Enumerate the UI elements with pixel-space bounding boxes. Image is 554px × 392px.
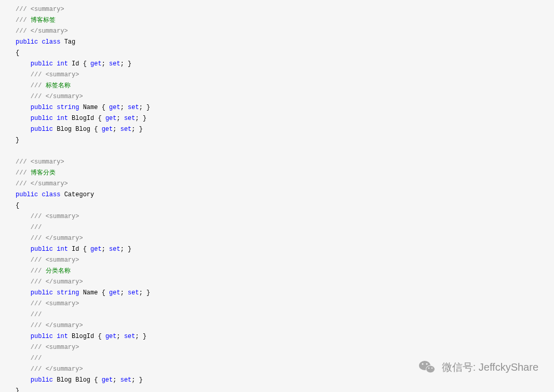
svg-point-2 bbox=[426, 366, 435, 373]
code-line: public string Name { get; set; } bbox=[16, 288, 554, 299]
keyword: public bbox=[31, 104, 53, 111]
code-line: /// 分类名称 bbox=[16, 266, 554, 277]
propname: BlogId bbox=[72, 333, 94, 340]
code-line: /// <summary> bbox=[16, 211, 554, 222]
comment-text: <summary> bbox=[46, 344, 79, 351]
classname: Tag bbox=[64, 38, 76, 46]
code-line: /// </summary> bbox=[16, 179, 554, 190]
comment-slashes: /// bbox=[31, 300, 42, 307]
classname: Category bbox=[64, 191, 94, 198]
code-line: public Blog Blog { get; set; } bbox=[16, 375, 554, 386]
code-line: public class Tag bbox=[16, 37, 554, 48]
code-line: /// <summary> bbox=[16, 4, 554, 15]
code-line: public int BlogId { get; set; } bbox=[16, 331, 554, 342]
typename: Blog bbox=[57, 126, 72, 133]
comment-slashes: /// bbox=[31, 71, 42, 78]
comment-text: <summary> bbox=[46, 71, 79, 78]
comment-slashes: /// bbox=[16, 158, 27, 166]
keyword: int bbox=[57, 60, 68, 67]
svg-point-3 bbox=[422, 363, 423, 364]
comment-slashes: /// bbox=[16, 28, 27, 35]
keyword: public bbox=[31, 115, 53, 122]
comment-slashes: /// bbox=[16, 17, 27, 24]
wechat-icon bbox=[418, 358, 437, 376]
comment-slashes: /// bbox=[31, 267, 42, 275]
keyword: public bbox=[16, 38, 38, 46]
keyword: int bbox=[57, 115, 68, 122]
svg-point-5 bbox=[428, 368, 429, 369]
propname: BlogId bbox=[72, 115, 94, 122]
comment-slashes: /// bbox=[31, 235, 42, 242]
keyword: get bbox=[90, 246, 102, 253]
keyword: public bbox=[31, 289, 53, 296]
watermark: 微信号: JeffckyShare bbox=[418, 358, 538, 376]
brace: } bbox=[16, 137, 19, 144]
keyword: public bbox=[31, 376, 53, 384]
doc-comment: 标签名称 bbox=[46, 82, 71, 89]
comment-slashes: /// bbox=[31, 256, 42, 264]
code-line: /// <summary> bbox=[16, 255, 554, 266]
code-line: /// bbox=[16, 309, 554, 320]
code-line: /// 博客分类 bbox=[16, 168, 554, 179]
keyword: get bbox=[105, 333, 117, 340]
keyword: set bbox=[128, 289, 139, 296]
code-line: public int BlogId { get; set; } bbox=[16, 113, 554, 124]
keyword: set bbox=[128, 104, 139, 111]
code-line: /// </summary> bbox=[16, 320, 554, 331]
code-line: /// bbox=[16, 222, 554, 233]
comment-text: </summary> bbox=[46, 366, 83, 373]
keyword: int bbox=[57, 246, 68, 253]
brace: } bbox=[16, 387, 19, 392]
brace: { bbox=[16, 49, 19, 57]
code-line: /// </summary> bbox=[16, 91, 554, 102]
comment-text: <summary> bbox=[46, 213, 79, 220]
comment-text: </summary> bbox=[31, 180, 68, 187]
keyword: set bbox=[109, 246, 120, 253]
code-line: } bbox=[16, 135, 554, 146]
code-line: public class Category bbox=[16, 190, 554, 200]
comment-slashes: /// bbox=[16, 169, 27, 177]
comment-slashes: /// bbox=[31, 322, 42, 329]
keyword: int bbox=[57, 333, 68, 340]
keyword: get bbox=[102, 376, 113, 384]
code-line: /// </summary> bbox=[16, 277, 554, 288]
comment-slashes: /// bbox=[31, 213, 42, 220]
code-line: { bbox=[16, 200, 554, 211]
keyword: set bbox=[124, 333, 136, 340]
keyword: set bbox=[120, 126, 132, 133]
code-line: /// <summary> bbox=[16, 157, 554, 168]
propname: Name bbox=[83, 104, 98, 111]
comment-slashes: /// bbox=[31, 82, 42, 89]
code-line: /// <summary> bbox=[16, 342, 554, 353]
code-line: /// </summary> bbox=[16, 26, 554, 37]
comment-slashes: /// bbox=[31, 366, 42, 373]
comment-slashes: /// bbox=[31, 93, 42, 100]
comment-text: </summary> bbox=[46, 235, 83, 242]
comment-slashes: /// bbox=[31, 355, 42, 362]
comment-slashes: /// bbox=[31, 344, 42, 351]
code-line: /// 标签名称 bbox=[16, 80, 554, 91]
svg-point-4 bbox=[426, 363, 427, 364]
doc-comment: 博客分类 bbox=[31, 169, 56, 177]
code-line: public int Id { get; set; } bbox=[16, 244, 554, 255]
keyword: get bbox=[102, 126, 113, 133]
keyword: public bbox=[31, 60, 53, 67]
comment-slashes: /// bbox=[31, 311, 42, 318]
comment-text: <summary> bbox=[46, 256, 79, 264]
code-line: /// </summary> bbox=[16, 233, 554, 244]
keyword: get bbox=[109, 289, 120, 296]
watermark-text: 微信号: JeffckyShare bbox=[442, 362, 538, 373]
comment-slashes: /// bbox=[31, 224, 42, 231]
comment-slashes: /// bbox=[31, 278, 42, 286]
brace: { bbox=[16, 202, 19, 209]
comment-text: <summary> bbox=[46, 300, 79, 307]
code-block: /// <summary> /// 博客标签 /// </summary> pu… bbox=[16, 4, 554, 392]
keyword: string bbox=[57, 289, 79, 296]
propname: Name bbox=[83, 289, 98, 296]
code-line: public string Name { get; set; } bbox=[16, 102, 554, 113]
propname: Id bbox=[72, 60, 79, 67]
comment-text: </summary> bbox=[31, 28, 68, 35]
keyword: public bbox=[31, 126, 53, 133]
keyword: set bbox=[120, 376, 132, 384]
code-line: public Blog Blog { get; set; } bbox=[16, 124, 554, 135]
